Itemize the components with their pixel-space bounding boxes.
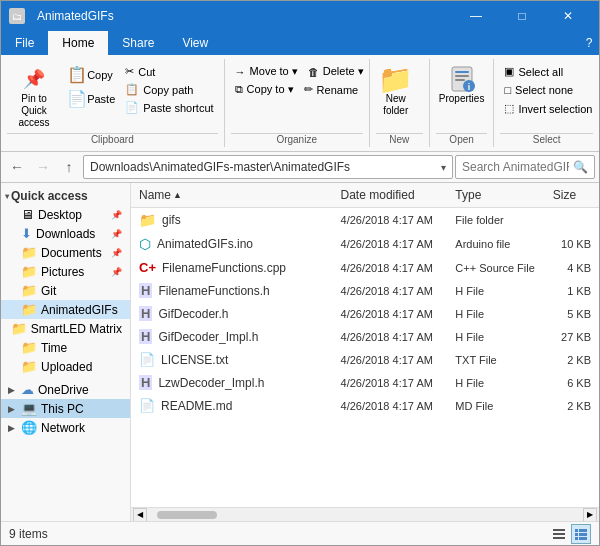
tab-view[interactable]: View bbox=[168, 31, 222, 55]
tab-share[interactable]: Share bbox=[108, 31, 168, 55]
desktop-icon: 🖥 bbox=[21, 207, 34, 222]
col-header-type[interactable]: Type bbox=[447, 185, 545, 205]
svg-rect-12 bbox=[579, 533, 587, 536]
table-row[interactable]: 📄 LICENSE.txt 4/26/2018 4:17 AM TXT File… bbox=[131, 348, 599, 371]
invert-selection-button[interactable]: ⬚ Invert selection bbox=[500, 100, 596, 117]
ribbon-group-organize: → Move to ▾ 🗑 Delete ▾ ⧉ Copy to ▾ bbox=[225, 59, 370, 147]
select-all-button[interactable]: ▣ Select all bbox=[500, 63, 567, 80]
col-header-date[interactable]: Date modified bbox=[333, 185, 448, 205]
table-row[interactable]: 📄 README.md 4/26/2018 4:17 AM MD File 2 … bbox=[131, 394, 599, 417]
search-icon: 🔍 bbox=[573, 160, 588, 174]
sidebar-item-network[interactable]: ▶ 🌐 Network bbox=[1, 418, 130, 437]
table-row[interactable]: H LzwDecoder_Impl.h 4/26/2018 4:17 AM H … bbox=[131, 371, 599, 394]
invert-label: Invert selection bbox=[518, 103, 592, 115]
view-list-button[interactable] bbox=[549, 524, 569, 544]
file-size: 2 KB bbox=[545, 352, 599, 368]
documents-label: Documents bbox=[41, 246, 102, 260]
ribbon: File Home Share View ? 📌 Pin to Quickacc… bbox=[1, 31, 599, 152]
copy-path-button[interactable]: 📋 Copy path bbox=[121, 81, 217, 98]
svg-rect-13 bbox=[575, 537, 578, 540]
sidebar-item-smart-led[interactable]: 📁 SmartLED Matrix bbox=[1, 319, 130, 338]
table-row[interactable]: H GifDecoder.h 4/26/2018 4:17 AM H File … bbox=[131, 302, 599, 325]
table-row[interactable]: 📁 gifs 4/26/2018 4:17 AM File folder bbox=[131, 208, 599, 232]
svg-rect-11 bbox=[575, 533, 578, 536]
maximize-button[interactable]: □ bbox=[499, 1, 545, 31]
svg-rect-8 bbox=[553, 537, 565, 539]
close-button[interactable]: ✕ bbox=[545, 1, 591, 31]
pictures-pin: 📌 bbox=[111, 267, 122, 277]
file-date: 4/26/2018 4:17 AM bbox=[333, 260, 448, 276]
back-button[interactable]: ← bbox=[5, 155, 29, 179]
file-type: C++ Source File bbox=[447, 260, 545, 276]
search-bar[interactable]: 🔍 bbox=[455, 155, 595, 179]
copy-button[interactable]: 📋 Copy bbox=[63, 63, 119, 86]
pin-to-quick-access-button[interactable]: 📌 Pin to Quickaccess bbox=[7, 63, 61, 131]
paste-shortcut-button[interactable]: 📄 Paste shortcut bbox=[121, 99, 217, 116]
rename-button[interactable]: ✏ Rename bbox=[300, 81, 363, 98]
sidebar-item-pictures[interactable]: 📁 Pictures 📌 bbox=[1, 262, 130, 281]
desktop-pin: 📌 bbox=[111, 210, 122, 220]
txt-icon: 📄 bbox=[139, 352, 155, 367]
clipboard-buttons: 📌 Pin to Quickaccess 📋 Copy 📄 Paste bbox=[7, 59, 218, 133]
copy-to-icon: ⧉ bbox=[235, 83, 243, 96]
folder-icon: 📁 bbox=[139, 212, 156, 228]
file-list: 📁 gifs 4/26/2018 4:17 AM File folder ⬡ A… bbox=[131, 208, 599, 507]
col-name-label: Name bbox=[139, 188, 171, 202]
file-type: TXT File bbox=[447, 352, 545, 368]
sidebar-item-desktop[interactable]: 🖥 Desktop 📌 bbox=[1, 205, 130, 224]
delete-button[interactable]: 🗑 Delete ▾ bbox=[304, 63, 368, 80]
search-input[interactable] bbox=[462, 160, 569, 174]
sidebar-item-downloads[interactable]: ⬇ Downloads 📌 bbox=[1, 224, 130, 243]
paste-button[interactable]: 📄 Paste bbox=[63, 87, 119, 110]
file-size: 2 KB bbox=[545, 398, 599, 414]
new-folder-button[interactable]: 📁 Newfolder bbox=[376, 63, 416, 119]
minimize-button[interactable]: — bbox=[453, 1, 499, 31]
properties-button[interactable]: i Properties bbox=[436, 63, 488, 107]
h-icon: H bbox=[139, 329, 152, 344]
table-row[interactable]: ⬡ AnimatedGIFs.ino 4/26/2018 4:17 AM Ard… bbox=[131, 232, 599, 256]
tab-file[interactable]: File bbox=[1, 31, 48, 55]
sidebar-item-one-drive[interactable]: ▶ ☁ OneDrive bbox=[1, 380, 130, 399]
forward-button[interactable]: → bbox=[31, 155, 55, 179]
sidebar-item-animated-gifs[interactable]: 📁 AnimatedGIFs bbox=[1, 300, 130, 319]
file-name: H FilenameFunctions.h bbox=[131, 281, 333, 300]
sidebar-item-time[interactable]: 📁 Time bbox=[1, 338, 130, 357]
file-date: 4/26/2018 4:17 AM bbox=[333, 236, 448, 252]
file-name: H GifDecoder.h bbox=[131, 304, 333, 323]
paste-label: Paste bbox=[87, 93, 115, 105]
new-buttons: 📁 Newfolder bbox=[376, 59, 423, 133]
address-dropdown-icon[interactable]: ▾ bbox=[441, 162, 446, 173]
copy-label: Copy bbox=[87, 69, 113, 81]
item-count: 9 items bbox=[9, 527, 48, 541]
svg-rect-9 bbox=[575, 529, 578, 532]
scroll-thumb[interactable] bbox=[157, 511, 217, 519]
copy-to-button[interactable]: ⧉ Copy to ▾ bbox=[231, 81, 298, 98]
rename-icon: ✏ bbox=[304, 83, 313, 96]
select-all-label: Select all bbox=[518, 66, 563, 78]
col-header-name[interactable]: Name ▲ bbox=[131, 185, 333, 205]
arduino-icon: ⬡ bbox=[139, 236, 151, 252]
view-details-button[interactable] bbox=[571, 524, 591, 544]
sidebar-item-git[interactable]: 📁 Git bbox=[1, 281, 130, 300]
file-name-text: LzwDecoder_Impl.h bbox=[158, 376, 264, 390]
table-row[interactable]: C+ FilenameFunctions.cpp 4/26/2018 4:17 … bbox=[131, 256, 599, 279]
new-folder-icon: 📁 bbox=[382, 65, 410, 93]
up-button[interactable]: ↑ bbox=[57, 155, 81, 179]
tab-home[interactable]: Home bbox=[48, 31, 108, 55]
sidebar-item-documents[interactable]: 📁 Documents 📌 bbox=[1, 243, 130, 262]
svg-rect-10 bbox=[579, 529, 587, 532]
scroll-right-button[interactable]: ▶ bbox=[583, 508, 597, 522]
col-header-size[interactable]: Size bbox=[545, 185, 599, 205]
sidebar-header-quick-access[interactable]: ▾ Quick access bbox=[1, 187, 130, 205]
horizontal-scrollbar[interactable]: ◀ ▶ bbox=[131, 507, 599, 521]
move-to-button[interactable]: → Move to ▾ bbox=[231, 63, 302, 80]
sidebar: ▾ Quick access 🖥 Desktop 📌 ⬇ Downloads 📌… bbox=[1, 183, 131, 521]
scroll-left-button[interactable]: ◀ bbox=[133, 508, 147, 522]
table-row[interactable]: H FilenameFunctions.h 4/26/2018 4:17 AM … bbox=[131, 279, 599, 302]
table-row[interactable]: H GifDecoder_Impl.h 4/26/2018 4:17 AM H … bbox=[131, 325, 599, 348]
select-none-button[interactable]: □ Select none bbox=[500, 82, 577, 98]
sidebar-item-uploaded[interactable]: 📁 Uploaded bbox=[1, 357, 130, 376]
sidebar-item-this-pc[interactable]: ▶ 💻 This PC bbox=[1, 399, 130, 418]
address-bar[interactable]: Downloads\AnimatedGIFs-master\AnimatedGI… bbox=[83, 155, 453, 179]
cut-button[interactable]: ✂ Cut bbox=[121, 63, 217, 80]
